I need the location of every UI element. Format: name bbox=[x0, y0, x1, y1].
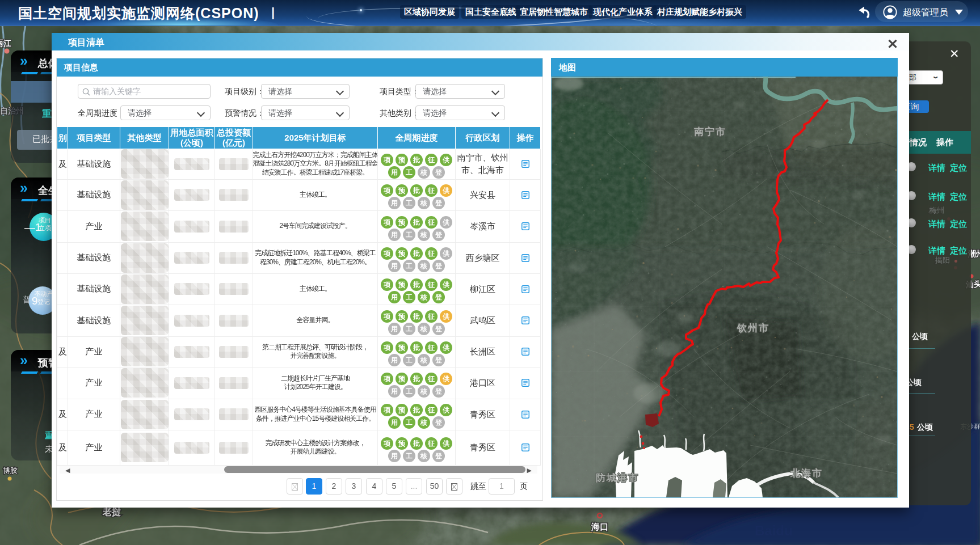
svg-text:百度: 百度 bbox=[792, 543, 806, 545]
svg-text:群岛: 群岛 bbox=[974, 423, 980, 430]
svg-text:海口: 海口 bbox=[591, 522, 608, 531]
svg-text:钦州市: 钦州市 bbox=[737, 323, 769, 333]
svg-text:Baidu: Baidu bbox=[755, 523, 793, 538]
svg-text:南宁市: 南宁市 bbox=[694, 126, 726, 137]
svg-text:老挝: 老挝 bbox=[102, 507, 121, 517]
svg-text:丽江: 丽江 bbox=[0, 39, 11, 48]
svg-text:防城港市: 防城港市 bbox=[596, 472, 639, 483]
svg-text:博胶: 博胶 bbox=[3, 466, 18, 475]
svg-text:北海市: 北海市 bbox=[790, 468, 823, 479]
